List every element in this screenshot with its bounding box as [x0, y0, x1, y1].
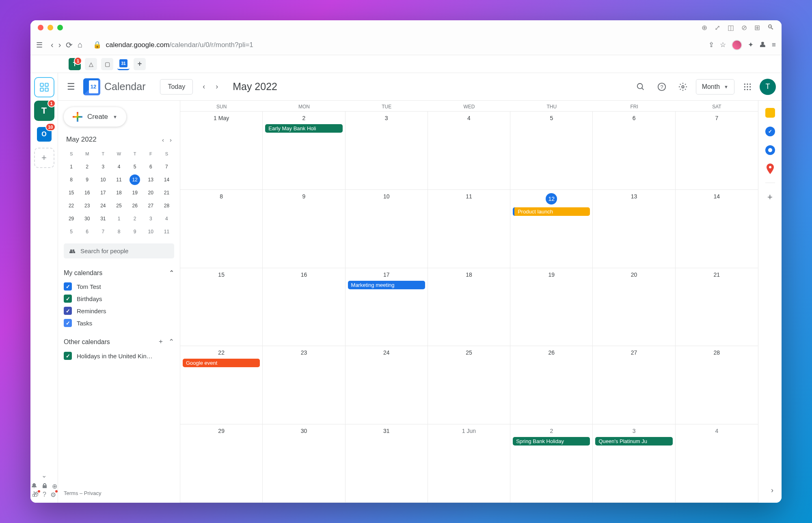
app-logo[interactable]: 12 Calendar — [83, 78, 145, 95]
mini-day-cell[interactable]: 22 — [64, 200, 79, 212]
day-cell[interactable]: 17Marketing meeting — [346, 268, 428, 346]
day-cell[interactable]: 12Product launch — [510, 190, 593, 268]
mini-day-cell[interactable]: 5 — [127, 161, 143, 173]
day-cell[interactable]: 27 — [593, 346, 675, 424]
mini-day-cell[interactable]: 3 — [143, 213, 158, 225]
menu-icon[interactable]: ≡ — [772, 41, 776, 49]
mini-day-cell[interactable]: 19 — [127, 187, 143, 199]
mini-day-cell[interactable]: 31 — [95, 213, 110, 225]
day-cell[interactable]: 4 — [676, 424, 758, 502]
mini-day-cell[interactable]: 10 — [143, 226, 158, 238]
mini-day-cell[interactable]: 7 — [159, 161, 174, 173]
maps-icon[interactable] — [765, 164, 775, 174]
back-button[interactable]: ‹ — [51, 40, 54, 50]
web-icon[interactable]: ⊕ — [52, 482, 57, 490]
event-chip[interactable]: Marketing meeting — [348, 281, 425, 289]
bell-icon[interactable]: 🔔︎ — [31, 482, 37, 490]
day-cell[interactable]: 28 — [676, 346, 758, 424]
day-cell[interactable]: 19 — [510, 268, 593, 346]
terms-link[interactable]: Terms — [64, 490, 78, 496]
day-cell[interactable]: 14 — [676, 190, 758, 268]
event-chip[interactable]: Spring Bank Holiday — [513, 437, 590, 446]
mini-day-cell[interactable]: 15 — [64, 187, 79, 199]
other-calendars-toggle[interactable]: Other calendars + ⌃ — [64, 336, 174, 348]
bookmark-star-icon[interactable]: ☆ — [720, 41, 726, 49]
calendar-item[interactable]: ✓Birthdays — [64, 295, 174, 303]
mini-day-cell[interactable]: 3 — [95, 161, 110, 173]
mini-day-cell[interactable]: 6 — [80, 226, 95, 238]
minimize-window-button[interactable] — [48, 25, 53, 30]
search-people-input[interactable]: 👥︎ Search for people — [64, 243, 174, 258]
mini-day-cell[interactable]: 17 — [95, 187, 110, 199]
create-button[interactable]: Create ▼ — [64, 107, 126, 127]
day-cell[interactable]: 31 — [346, 424, 428, 502]
mini-day-cell[interactable]: 2 — [127, 213, 143, 225]
my-calendars-toggle[interactable]: My calendars ⌃ — [64, 267, 174, 278]
search-icon[interactable] — [633, 79, 649, 95]
day-cell[interactable]: 16 — [263, 268, 345, 346]
mini-day-cell[interactable]: 30 — [80, 213, 95, 225]
day-cell[interactable]: 5 — [510, 112, 593, 189]
calendar-item[interactable]: ✓Tasks — [64, 319, 174, 327]
reload-button[interactable]: ⟳ — [66, 40, 73, 50]
day-cell[interactable]: 21 — [676, 268, 758, 346]
tab-docs[interactable]: ▢ — [101, 58, 113, 70]
add-calendar-icon[interactable]: + — [159, 338, 163, 346]
calendar-checkbox[interactable]: ✓ — [64, 352, 72, 360]
day-cell[interactable]: 2Early May Bank Holi — [263, 112, 345, 189]
mini-day-cell[interactable]: 21 — [159, 187, 174, 199]
day-cell[interactable]: 6 — [593, 112, 675, 189]
globe-icon[interactable]: ⊕ — [702, 24, 707, 32]
mini-prev-icon[interactable]: ‹ — [162, 136, 164, 143]
extensions-icon[interactable]: ✦ — [748, 41, 754, 49]
mini-day-cell[interactable]: 23 — [80, 200, 95, 212]
wand-icon[interactable]: ⤢ — [715, 24, 720, 32]
day-cell[interactable]: 13 — [593, 190, 675, 268]
mini-day-cell[interactable]: 9 — [80, 174, 95, 186]
mini-day-cell[interactable]: 27 — [143, 200, 158, 212]
day-cell[interactable]: 1 Jun — [428, 424, 510, 502]
profile-avatar[interactable] — [732, 40, 742, 50]
event-chip[interactable]: Queen's Platinum Ju — [595, 437, 672, 446]
mini-day-cell[interactable]: 14 — [159, 174, 174, 186]
tab-calendar-active[interactable]: 31 — [117, 58, 130, 70]
next-period-button[interactable]: › — [212, 80, 222, 93]
account-icon[interactable]: 👤︎ — [759, 41, 766, 49]
calendar-item[interactable]: ✓Tom Test — [64, 282, 174, 291]
mini-day-cell[interactable]: 4 — [111, 161, 126, 173]
tasks-icon[interactable] — [765, 127, 775, 136]
mini-day-cell[interactable]: 10 — [95, 174, 110, 186]
day-cell[interactable]: 3 — [346, 112, 428, 189]
mini-day-cell[interactable]: 1 — [111, 213, 126, 225]
mini-day-cell[interactable]: 7 — [95, 226, 110, 238]
side-panel-toggle-icon[interactable]: › — [771, 486, 773, 495]
today-button[interactable]: Today — [160, 79, 193, 95]
mini-day-cell[interactable]: 8 — [111, 226, 126, 238]
event-chip[interactable]: Early May Bank Holi — [265, 124, 342, 133]
search-icon[interactable]: 🔍︎ — [767, 24, 774, 32]
mini-day-cell[interactable]: 6 — [143, 161, 158, 173]
calendar-checkbox[interactable]: ✓ — [64, 307, 72, 315]
hamburger-menu-icon[interactable]: ☰ — [64, 78, 78, 95]
panel-toggle-icon[interactable]: ☰ — [36, 41, 43, 50]
day-cell[interactable]: 4 — [428, 112, 510, 189]
mini-day-cell[interactable]: 24 — [95, 200, 110, 212]
lock-icon[interactable]: 🔒︎ — [41, 482, 48, 490]
contacts-icon[interactable] — [765, 145, 775, 155]
privacy-link[interactable]: Privacy — [84, 490, 102, 496]
google-apps-icon[interactable] — [743, 83, 752, 91]
mini-day-cell[interactable]: 2 — [80, 161, 95, 173]
event-chip[interactable]: Google event — [183, 359, 260, 367]
ext-outlook-icon[interactable]: O10 — [34, 124, 54, 144]
day-cell[interactable]: 3Queen's Platinum Ju — [593, 424, 675, 502]
day-cell[interactable]: 10 — [346, 190, 428, 268]
mini-day-cell[interactable]: 16 — [80, 187, 95, 199]
mini-day-cell[interactable]: 4 — [159, 213, 174, 225]
calendar-checkbox[interactable]: ✓ — [64, 282, 72, 291]
maximize-window-button[interactable] — [57, 25, 63, 30]
mini-day-cell[interactable]: 18 — [111, 187, 126, 199]
gift-icon[interactable]: 🎁︎ — [32, 491, 39, 499]
calendar-item[interactable]: ✓Reminders — [64, 307, 174, 315]
mini-day-cell[interactable]: 1 — [64, 161, 79, 173]
day-cell[interactable]: 22Google event — [180, 346, 263, 424]
